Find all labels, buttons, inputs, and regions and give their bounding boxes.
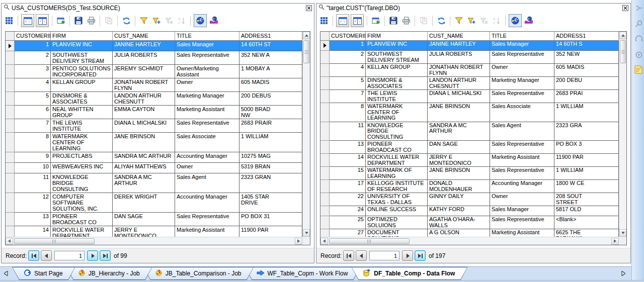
grid-cell[interactable]: Sales Representative bbox=[490, 216, 554, 229]
add-filter-icon[interactable] bbox=[151, 15, 162, 26]
table-row[interactable]: 5DINSMORE & ASSOCIATESLANDON ARTHUR CHES… bbox=[6, 92, 302, 106]
row-selector[interactable] bbox=[320, 193, 330, 206]
row-selector[interactable] bbox=[6, 152, 15, 163]
table-row[interactable]: 13PIONEER BROADCAST CODAN SAGESales Repr… bbox=[6, 213, 302, 226]
grid-cell[interactable]: WATERMARK CENTER OF LEARNING bbox=[51, 133, 113, 152]
profile-icon[interactable] bbox=[208, 15, 219, 26]
scroll-up-icon[interactable] bbox=[303, 32, 310, 39]
last-record-button[interactable] bbox=[415, 250, 426, 261]
grid-cell[interactable]: 11 bbox=[15, 173, 51, 193]
scroll-left-icon[interactable] bbox=[6, 238, 13, 245]
grid-cell[interactable]: 27 bbox=[330, 229, 366, 237]
grid-cell[interactable]: Sales Associate bbox=[490, 103, 554, 122]
grid-cell[interactable]: Marketing Assistant bbox=[175, 226, 239, 237]
grid-cell[interactable]: SOUTHWEST DELIVERY STREAM bbox=[366, 51, 428, 64]
horizontal-scroll-thumb[interactable] bbox=[14, 238, 95, 244]
table-row[interactable]: 27DOCUMENT SOLUTIONSA G OLSONMarketing A… bbox=[320, 229, 619, 237]
grid-cell[interactable]: 2 bbox=[15, 51, 51, 65]
table-row[interactable]: 4KELLAN GROUPJONATHAN ROBERT FLYNNOwner6… bbox=[320, 64, 619, 77]
grid-cell[interactable]: 14 60TH S bbox=[554, 41, 619, 51]
table-row[interactable]: 25OPTIMIZED SOLUIONSAGATHA O'HARA-WALLSS… bbox=[320, 216, 619, 229]
table-row[interactable]: 1PLANVIEW INCJANINE HARTLEYSales Manager… bbox=[6, 41, 302, 51]
table-row[interactable]: 17KELLOGG INSTITUTE OF RESEARCHDONALD MO… bbox=[320, 180, 619, 193]
grid-cell[interactable]: THE LEWIS INSTITUTE bbox=[51, 119, 113, 133]
scroll-right-icon[interactable] bbox=[611, 238, 619, 245]
grid-cell[interactable]: DINSMORE & ASSOCIATES bbox=[51, 92, 113, 106]
grid-cell[interactable]: DAN SAGE bbox=[113, 213, 175, 226]
grid-cell[interactable]: 13 bbox=[330, 141, 366, 154]
grid-cell[interactable]: Accounting Manager bbox=[175, 193, 239, 213]
table-row[interactable]: 6NEAL WHITTEN GROUPEMMA CAYTONMarketing … bbox=[6, 106, 302, 119]
tab-scroll-left-icon[interactable] bbox=[0, 267, 12, 280]
grid-cell[interactable]: 1 WILLIAM bbox=[554, 167, 619, 180]
table-row[interactable]: 22UNIVERSITY OF TEXAS - DALLASGINNY DAIL… bbox=[320, 193, 619, 206]
table-row[interactable]: 12COMPUTER SOFTWARE SOLUTIONS, INC.DEREK… bbox=[6, 193, 302, 213]
window-view-2-icon[interactable] bbox=[351, 14, 364, 27]
grid-cell[interactable]: 5 bbox=[330, 77, 366, 90]
next-record-button[interactable] bbox=[87, 250, 98, 261]
grid-cell[interactable]: Sales Manager bbox=[175, 41, 239, 51]
grid-cell[interactable]: PLANVIEW INC bbox=[366, 41, 428, 51]
view-data-icon[interactable] bbox=[194, 14, 207, 27]
grid-cell[interactable]: Sales Representative bbox=[490, 167, 554, 180]
grid-cell[interactable]: 2323 GRA bbox=[554, 122, 619, 141]
row-selector[interactable] bbox=[320, 180, 330, 193]
grid-cell[interactable]: DAN SAGE bbox=[428, 141, 490, 154]
vertical-scroll-thumb[interactable] bbox=[303, 40, 309, 63]
table-row[interactable]: 11KNOWLEDGE BRIDGE CONSULTINGSANDRA A MC… bbox=[320, 122, 619, 141]
table-row[interactable]: 14ROCKVILLE WATER DEPARTMENTJERRY E MONT… bbox=[6, 226, 302, 237]
grid-cell[interactable]: PLANVIEW INC bbox=[51, 41, 113, 51]
table-row[interactable]: 13PIONEER BROADCAST CODAN SAGESales Repr… bbox=[320, 141, 619, 154]
column-header[interactable]: FIRM bbox=[51, 32, 113, 41]
row-selector[interactable] bbox=[320, 206, 330, 216]
horizontal-scroll-thumb[interactable] bbox=[329, 238, 410, 244]
grid-cell[interactable]: 605 MADIS bbox=[239, 78, 302, 92]
scroll-up-icon[interactable] bbox=[619, 32, 626, 39]
grid-cell[interactable]: DIANA L MICHALSKI bbox=[113, 119, 175, 133]
grid-cell[interactable]: DONALD MOLDENHAUER bbox=[428, 180, 490, 193]
row-selector[interactable] bbox=[320, 141, 330, 154]
row-selector[interactable] bbox=[6, 78, 15, 92]
table-row[interactable]: 7THE LEWIS INSTITUTEDIANA L MICHALSKISal… bbox=[6, 119, 302, 133]
grid-cell[interactable]: Marketing Assistant bbox=[175, 106, 239, 119]
row-selector[interactable] bbox=[320, 77, 330, 90]
scroll-left-icon[interactable] bbox=[320, 238, 328, 245]
table-row[interactable]: 15WATERMARK OF LEARNINGJANE BRINSONSales… bbox=[320, 167, 619, 180]
grid-cell[interactable]: 25 bbox=[330, 216, 366, 229]
grid-cell[interactable]: 200 DEBUS bbox=[239, 92, 302, 106]
grid-cell[interactable]: 12 bbox=[15, 193, 51, 213]
grid-cell[interactable]: 2323 GRAN bbox=[239, 173, 302, 193]
grid-cell[interactable]: 10275 MAG bbox=[239, 152, 302, 163]
grid-cell[interactable]: COMPUTER SOFTWARE SOLUTIONS, INC. bbox=[51, 193, 113, 213]
row-selector[interactable] bbox=[6, 133, 15, 152]
close-icon[interactable] bbox=[305, 5, 312, 11]
tab-start-page[interactable]: Start Page bbox=[12, 267, 75, 280]
grid-cell[interactable]: WEBWEAVERS INC bbox=[51, 163, 113, 173]
row-selector[interactable] bbox=[320, 64, 330, 77]
row-selector[interactable] bbox=[320, 154, 330, 167]
grid-cell[interactable]: SOUTHWEST DELIVERY STREAM bbox=[51, 51, 113, 65]
table-row[interactable]: 11KNOWLEDGE BRIDGE CONSULTINGSANDRA A MC… bbox=[6, 173, 302, 193]
grid-cell[interactable]: Sales Representative bbox=[490, 141, 554, 154]
grid-cell[interactable]: Sales Representative bbox=[175, 51, 239, 65]
grid-cell[interactable]: PROJECTLABS bbox=[51, 152, 113, 163]
column-header[interactable]: CUSTOMERID bbox=[15, 32, 51, 41]
window-view-1-icon[interactable] bbox=[21, 14, 34, 27]
grid-cell[interactable]: KNOWLEDGE BRIDGE CONSULTING bbox=[51, 173, 113, 193]
grid-cell[interactable]: 1 WILLIAM bbox=[239, 133, 302, 152]
grid-cell[interactable]: ROCKVILLE WATER DEPARTMENT bbox=[366, 154, 428, 167]
tab-jb-table-comparison[interactable]: JB_Table_Comparison - Job bbox=[143, 267, 254, 280]
grid-cell[interactable]: 14 bbox=[330, 154, 366, 167]
grid-cell[interactable]: JONATHAN ROBERT FLYNN bbox=[428, 64, 490, 77]
grid-cell[interactable]: ALIYAH MATTHEWS bbox=[113, 163, 175, 173]
grid-cell[interactable]: OPTIMIZED SOLUIONS bbox=[366, 216, 428, 229]
row-selector[interactable] bbox=[6, 92, 15, 106]
grid-cell[interactable]: Sales Representative bbox=[490, 90, 554, 103]
table-row[interactable]: 14ROCKVILLE WATER DEPARTMENTJERRY E MONT… bbox=[320, 154, 619, 167]
grid-cell[interactable]: 8 bbox=[330, 103, 366, 122]
grid-cell[interactable]: 1800 W CE bbox=[554, 180, 619, 193]
row-selector[interactable] bbox=[6, 226, 15, 237]
grid-cell[interactable]: JANE BRINSON bbox=[428, 103, 490, 122]
grid-cell[interactable]: Sales Representative bbox=[175, 213, 239, 226]
table-row[interactable]: 9PROJECTLABSSANDRA MC ARTHURAccounting M… bbox=[6, 152, 302, 163]
